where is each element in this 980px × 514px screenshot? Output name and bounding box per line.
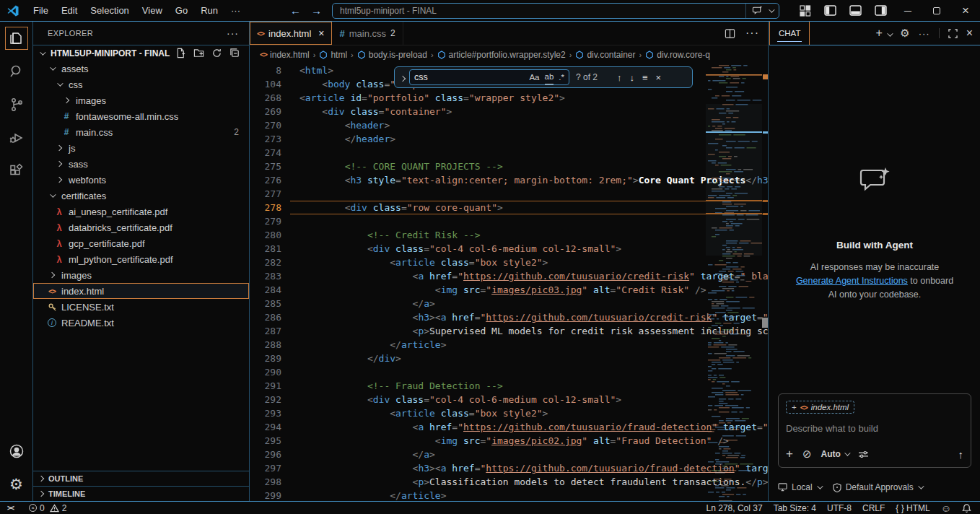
code-line-294[interactable]: 294 <a href="https://github.com/tuusuari… xyxy=(250,420,768,434)
activity-source-control[interactable] xyxy=(0,88,33,121)
generate-instructions-link[interactable]: Generate Agent Instructions xyxy=(796,276,908,286)
tree-item-databricks-certificate-pdf[interactable]: λdatabricks_certificate.pdf xyxy=(33,219,249,235)
code-line-275[interactable]: 275 <!-- CORE QUANT PROJECTS --> xyxy=(250,160,768,173)
chat-input-box[interactable]: + <> index.html Describe what to build +… xyxy=(778,393,971,468)
code-line-276[interactable]: 276 <h3 style="text-align:center; margin… xyxy=(250,173,768,187)
breadcrumb-item[interactable]: div.row.core-q xyxy=(645,50,710,60)
activity-run-debug[interactable] xyxy=(0,121,33,154)
activity-extensions[interactable] xyxy=(0,154,33,188)
cursor-position[interactable]: Ln 278, Col 37 xyxy=(706,503,763,513)
match-case-toggle[interactable]: Aa xyxy=(529,71,539,84)
menu-item-view[interactable]: View xyxy=(136,5,169,16)
attach-icon[interactable]: + xyxy=(786,447,793,461)
restore-button[interactable] xyxy=(922,0,951,21)
find-in-selection-icon[interactable]: ≡ xyxy=(642,71,648,84)
code-line-273[interactable]: 273 </header> xyxy=(250,132,768,146)
tree-item-certificates[interactable]: certificates xyxy=(33,188,249,204)
code-line-284[interactable]: 284 <img src="images/pic03.jpg" alt="Cre… xyxy=(250,283,768,297)
regex-toggle[interactable]: .* xyxy=(559,71,564,84)
tree-item-readme-txt[interactable]: iREADME.txt xyxy=(33,315,249,331)
find-next-icon[interactable]: ↓ xyxy=(630,71,635,84)
breadcrumb-item[interactable]: article#portfolio.wrapper.style2 xyxy=(437,50,566,60)
code-line-279[interactable]: 279 xyxy=(250,214,768,228)
mode-picker[interactable]: Auto xyxy=(821,449,849,459)
tree-item-assets[interactable]: assets xyxy=(33,61,249,77)
tree-item-images[interactable]: images xyxy=(33,92,249,108)
collapse-all-icon[interactable] xyxy=(229,48,240,58)
breadcrumb-item[interactable]: div.container xyxy=(575,50,635,60)
code-line-298[interactable]: 298 <p>Classification models to detect f… xyxy=(250,475,768,489)
problems-indicator[interactable]: × 0 2 xyxy=(29,503,66,513)
close-panel-icon[interactable]: × xyxy=(966,27,973,40)
maximize-panel-icon[interactable] xyxy=(948,29,958,38)
code-line-270[interactable]: 270 <header> xyxy=(250,118,768,132)
menu-item-edit[interactable]: Edit xyxy=(55,5,84,16)
tree-item-css[interactable]: css xyxy=(33,77,249,92)
tab-main-css[interactable]: # main.css 2 xyxy=(332,22,403,45)
command-center[interactable]: html5up-miniport - FINAL xyxy=(332,3,779,19)
code-line-282[interactable]: 282 <article class="box style2"> xyxy=(250,256,768,269)
find-previous-icon[interactable]: ↑ xyxy=(617,71,622,84)
nav-forward-icon[interactable]: → xyxy=(311,4,322,17)
chat-tab[interactable]: CHAT xyxy=(769,22,810,45)
split-editor-icon[interactable] xyxy=(725,28,735,39)
whole-word-toggle[interactable]: ab xyxy=(545,70,554,84)
chat-settings-icon[interactable]: ⚙ xyxy=(900,27,909,40)
code-line-299[interactable]: 299 </article> xyxy=(250,489,768,501)
feedback-icon[interactable]: ☺ xyxy=(941,502,951,514)
new-file-icon[interactable] xyxy=(175,48,186,58)
tree-item-js[interactable]: js xyxy=(33,140,249,156)
find-close-icon[interactable]: × xyxy=(656,71,662,84)
tree-item-images[interactable]: images xyxy=(33,267,249,283)
tab-index-html[interactable]: <> index.html × xyxy=(250,22,332,45)
code-line-297[interactable]: 297 <h3><a href="https://github.com/tuus… xyxy=(250,461,768,475)
environment-picker[interactable]: Local xyxy=(778,482,821,492)
minimize-button[interactable]: ─ xyxy=(893,0,922,21)
activity-account[interactable] xyxy=(0,435,33,468)
code-line-286[interactable]: 286 <h3><a href="https://github.com/tuus… xyxy=(250,310,768,324)
chat-quick-open[interactable] xyxy=(745,4,779,18)
menu-item-[interactable]: ··· xyxy=(224,5,247,16)
chat-more-actions[interactable]: ··· xyxy=(919,28,930,39)
scrollbar-thumb[interactable] xyxy=(762,318,768,328)
menu-item-selection[interactable]: Selection xyxy=(84,5,135,16)
code-line-285[interactable]: 285 </a> xyxy=(250,297,768,310)
code-line-277[interactable]: 277 xyxy=(250,187,768,201)
language-mode[interactable]: { } HTML xyxy=(896,503,929,513)
new-folder-icon[interactable] xyxy=(193,48,204,58)
code-line-280[interactable]: 280 <!-- Credit Risk --> xyxy=(250,228,768,242)
context-chip[interactable]: + <> index.html xyxy=(786,401,854,414)
overview-ruler[interactable] xyxy=(762,64,768,501)
timeline-section[interactable]: TIMELINE xyxy=(33,486,249,501)
eol[interactable]: CRLF xyxy=(862,503,885,513)
model-settings-icon[interactable] xyxy=(858,450,869,459)
code-line-274[interactable]: 274 xyxy=(250,146,768,160)
explorer-more-actions[interactable]: ··· xyxy=(227,27,239,39)
tree-item-ml-python-certificate-pdf[interactable]: λml_python_certificate.pdf xyxy=(33,251,249,267)
tree-item-index-html[interactable]: <>index.html xyxy=(33,283,249,299)
toggle-secondary-sidebar-icon[interactable] xyxy=(875,5,887,16)
encoding[interactable]: UTF-8 xyxy=(827,503,852,513)
code-line-283[interactable]: 283 <a href="https://github.com/tuusuari… xyxy=(250,269,768,283)
refresh-icon[interactable] xyxy=(211,48,222,58)
code-line-290[interactable]: 290 xyxy=(250,365,768,379)
menu-item-run[interactable]: Run xyxy=(194,5,224,16)
customize-layout-icon[interactable] xyxy=(800,5,811,17)
tree-item-main-css[interactable]: #main.css2 xyxy=(33,124,249,140)
notifications-bell-icon[interactable] xyxy=(962,503,971,513)
minimap[interactable] xyxy=(706,64,762,501)
toggle-panel-icon[interactable] xyxy=(849,5,862,16)
remote-indicator[interactable]: >< xyxy=(7,504,13,512)
outline-section[interactable]: OUTLINE xyxy=(33,471,249,486)
tree-item-webfonts[interactable]: webfonts xyxy=(33,172,249,188)
tree-item-sass[interactable]: sass xyxy=(33,156,249,172)
code-line-281[interactable]: 281 <div class="col-4 col-6-medium col-1… xyxy=(250,242,768,256)
tree-item-fontawesome-all-min-css[interactable]: #fontawesome-all.min.css xyxy=(33,108,249,124)
menu-item-go[interactable]: Go xyxy=(169,5,194,16)
find-expand-icon[interactable] xyxy=(395,71,409,84)
tree-item-license-txt[interactable]: LICENSE.txt xyxy=(33,299,249,315)
code-line-269[interactable]: 269 <div class="container"> xyxy=(250,105,768,118)
code-editor[interactable]: 8<html>104 <body class="is-preload">268<… xyxy=(250,64,768,501)
approvals-picker[interactable]: Default Approvals xyxy=(833,482,922,492)
code-line-296[interactable]: 296 </a> xyxy=(250,448,768,461)
